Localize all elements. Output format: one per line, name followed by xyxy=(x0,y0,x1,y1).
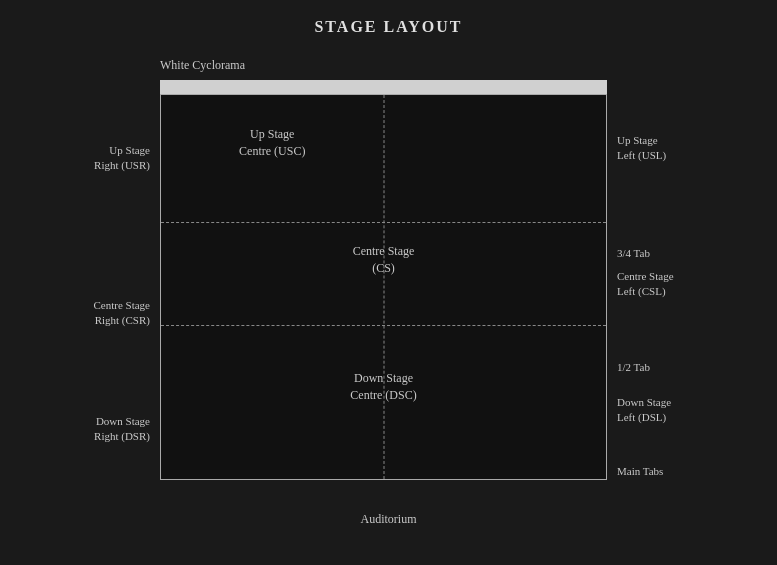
page-title: STAGE LAYOUT xyxy=(0,0,777,36)
cs-label: Centre Stage (CS) xyxy=(353,243,415,277)
main-tabs-label: Main Tabs xyxy=(617,465,747,477)
usr-label: Up Stage Right (USR) xyxy=(30,143,150,174)
stage-box: Up Stage Centre (USC) Centre Stage (CS) … xyxy=(160,94,607,480)
tab-1-2-line xyxy=(161,325,606,326)
cyclorama-bar xyxy=(160,80,607,94)
tab-34-label: 3/4 Tab xyxy=(617,247,747,259)
usl-label: Up Stage Left (USL) xyxy=(617,133,747,164)
auditorium-label: Auditorium xyxy=(30,512,747,527)
usc-label: Up Stage Centre (USC) xyxy=(239,126,305,160)
dsr-label: Down Stage Right (DSR) xyxy=(30,414,150,445)
center-vertical-line xyxy=(383,95,384,479)
csr-label: Centre Stage Right (CSR) xyxy=(30,298,150,329)
cyclorama-label: White Cyclorama xyxy=(160,58,245,73)
tab-3-4-line xyxy=(161,222,606,223)
dsl-label: Down Stage Left (DSL) xyxy=(617,395,747,426)
dsc-label: Down Stage Centre (DSC) xyxy=(350,370,416,404)
tab-12-label: 1/2 Tab xyxy=(617,361,747,373)
csl-label: Centre Stage Left (CSL) xyxy=(617,269,747,300)
stage-outer: Up Stage Centre (USC) Centre Stage (CS) … xyxy=(160,80,607,480)
layout-container: White Cyclorama Up Stage Centre (USC) Ce… xyxy=(30,50,747,535)
